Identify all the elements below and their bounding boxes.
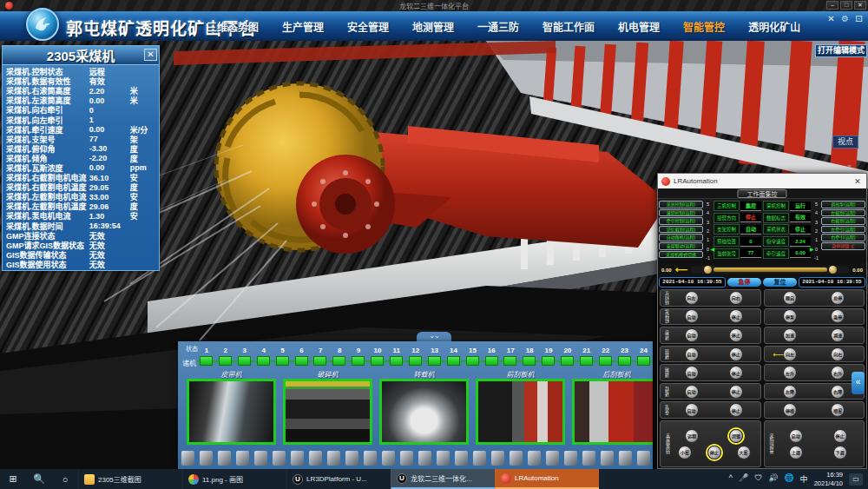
status-square[interactable] [580, 356, 593, 366]
round-button[interactable]: 向右 [729, 291, 743, 305]
nav-item-8[interactable]: 智能管控 [683, 19, 725, 34]
tray-icon-4[interactable]: 🔊 [768, 473, 778, 485]
thumbnail[interactable] [455, 451, 468, 466]
tray-icon-6[interactable]: 中 [800, 473, 808, 485]
status-square[interactable] [200, 356, 213, 366]
nav-item-9[interactable]: 透明化矿山 [748, 19, 800, 34]
cortana-icon[interactable]: ○ [52, 469, 78, 489]
viewpoint-tab[interactable]: 视点 [832, 135, 858, 149]
round-button[interactable]: 停止 [729, 309, 743, 323]
tray-icon-5[interactable]: 🌐 [784, 473, 793, 485]
task-item-5[interactable]: LRAutomation [495, 469, 599, 489]
slider-knob-left[interactable] [704, 266, 712, 274]
edit-mode-button[interactable]: 打开编辑模式 [815, 44, 867, 57]
camera-image[interactable] [283, 379, 372, 445]
camera-image[interactable] [187, 379, 276, 445]
round-button[interactable]: 停止 [707, 446, 721, 459]
remote-button[interactable]: 记忆截割(远程) [659, 226, 703, 234]
nav-item-5[interactable]: 一通三防 [477, 19, 519, 34]
nav-item-3[interactable]: 安全管理 [347, 19, 389, 34]
status-square[interactable] [542, 356, 555, 366]
collapse-chevron-button[interactable]: « [852, 372, 865, 394]
status-square[interactable] [599, 356, 612, 366]
status-square[interactable] [561, 356, 574, 366]
status-square[interactable] [219, 356, 232, 366]
status-square[interactable] [371, 356, 384, 366]
close-icon[interactable]: ✕ [852, 177, 863, 186]
remote-button[interactable]: 牵引控制(远程) [659, 217, 703, 225]
round-button[interactable]: 远程 [685, 429, 699, 443]
status-square[interactable] [409, 356, 422, 366]
round-button[interactable]: 停泵 [783, 309, 797, 323]
round-button[interactable]: 停止 [833, 429, 847, 443]
status-square[interactable] [618, 356, 631, 366]
reset-button[interactable]: 复位 [763, 278, 797, 287]
status-square[interactable] [428, 356, 441, 366]
minimize-button[interactable]: – [826, 1, 838, 10]
thumbnail[interactable] [236, 451, 249, 466]
close-button[interactable]: ✕ [854, 1, 866, 10]
status-square[interactable] [257, 356, 270, 366]
remote-button[interactable]: 急停闭锁 止 [821, 242, 865, 250]
tray-icon-1[interactable]: ^ [729, 473, 733, 485]
fullscreen-icon[interactable]: ⊡ [853, 13, 865, 24]
slider-knob-right[interactable] [829, 266, 837, 274]
round-button[interactable]: 下调 [833, 446, 847, 459]
status-square[interactable] [332, 356, 345, 366]
status-square[interactable] [485, 356, 498, 366]
remote-button[interactable]: 左截割(远程) [821, 209, 865, 217]
round-button[interactable]: 启动 [789, 429, 803, 443]
round-button[interactable]: 减速 [831, 328, 845, 342]
thumbnail[interactable] [546, 451, 559, 466]
round-button[interactable]: 启动 [685, 309, 699, 323]
taskbar-clock[interactable]: 16:39 2021/4/10 [814, 471, 843, 487]
thumbnail[interactable] [327, 451, 340, 466]
round-button[interactable]: 左降 [783, 385, 797, 399]
search-icon[interactable]: 🔍 [26, 469, 52, 489]
round-button[interactable]: 停止 [729, 328, 743, 342]
thumbnail[interactable] [218, 451, 231, 466]
thumbnail[interactable] [382, 451, 395, 466]
round-button[interactable]: 向右 [831, 347, 845, 361]
thumbnail-strip[interactable] [181, 451, 650, 466]
remote-button[interactable]: 左牵引(远程) [821, 226, 865, 234]
round-button[interactable]: 停喷 [783, 403, 797, 417]
camera-feed[interactable]: 皮带机 [187, 369, 276, 445]
status-square[interactable] [637, 356, 650, 366]
thumbnail[interactable] [528, 451, 541, 466]
thumbnail[interactable] [582, 451, 595, 466]
nav-item-2[interactable]: 生产管理 [282, 19, 324, 34]
remote-button[interactable]: 滚筒控制(远程) [659, 209, 703, 217]
traction-slider[interactable] [691, 266, 849, 274]
thumbnail[interactable] [364, 451, 377, 466]
camera-feed[interactable]: 破碎机 [283, 369, 372, 445]
status-square[interactable] [447, 356, 460, 366]
round-button[interactable]: 喷雾 [831, 403, 845, 417]
thumbnail[interactable] [291, 451, 304, 466]
round-button[interactable]: 启动 [685, 328, 699, 342]
remote-button[interactable]: 自动跟机(远程) [659, 234, 703, 241]
remote-button[interactable]: 支架联动(远程) [659, 242, 703, 250]
thumbnail[interactable] [181, 451, 194, 466]
task-item-4[interactable]: U龙软二三维一体化... [391, 469, 495, 489]
close-icon[interactable]: ✕ [144, 49, 157, 61]
workface-control-tab[interactable]: 工作面集控 [738, 189, 787, 198]
round-button[interactable]: 向左 [685, 291, 699, 305]
round-button[interactable]: 向左 [783, 347, 797, 361]
task-item-3[interactable]: ULR3DPlatform - U... [286, 469, 391, 489]
notification-icon[interactable]: ▭ [849, 473, 863, 486]
round-button[interactable]: 上调 [789, 446, 803, 459]
remote-button[interactable]: 采煤机模式切换 [659, 251, 703, 259]
tray-icon-3[interactable]: 🛡 [754, 473, 762, 485]
round-button[interactable]: 停止 [729, 366, 743, 380]
thumbnail[interactable] [510, 451, 523, 466]
camera-feed[interactable]: 转载机 [379, 369, 469, 445]
status-square[interactable] [503, 356, 516, 366]
status-square[interactable] [466, 356, 479, 366]
remote-button[interactable]: 调高泵(远程) [821, 201, 865, 208]
thumbnail[interactable] [418, 451, 431, 466]
maximize-button[interactable]: □ [840, 1, 852, 10]
round-button[interactable]: 停止 [729, 347, 743, 361]
status-square[interactable] [238, 356, 251, 366]
round-button[interactable]: 小雾 [678, 446, 692, 459]
